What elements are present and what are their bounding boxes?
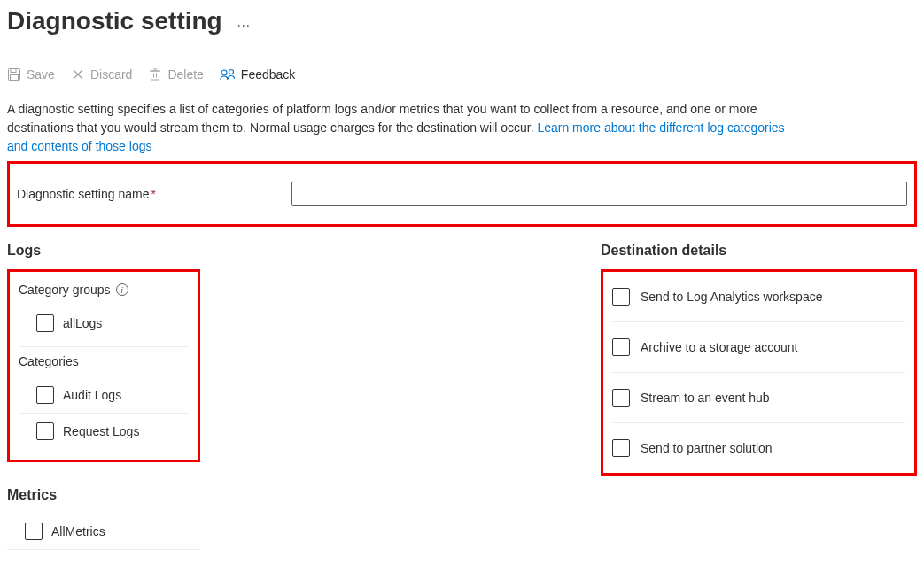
- dest-eventhub-row: Stream to an event hub: [612, 373, 905, 423]
- request-logs-checkbox[interactable]: [36, 422, 54, 440]
- dest-storage-label[interactable]: Archive to a storage account: [641, 340, 797, 354]
- feedback-icon: [220, 67, 236, 81]
- alllogs-label[interactable]: allLogs: [63, 316, 102, 330]
- dest-eventhub-label[interactable]: Stream to an event hub: [641, 391, 770, 405]
- dest-log-analytics-row: Send to Log Analytics workspace: [612, 279, 905, 322]
- diagnostic-name-row: Diagnostic setting name*: [7, 161, 917, 227]
- description-text: A diagnostic setting specifies a list of…: [7, 100, 787, 156]
- dest-storage-row: Archive to a storage account: [612, 322, 905, 373]
- feedback-label: Feedback: [241, 67, 295, 81]
- svg-point-10: [221, 70, 227, 75]
- dest-log-analytics-checkbox[interactable]: [612, 288, 630, 306]
- svg-rect-5: [151, 71, 159, 80]
- save-button[interactable]: Save: [7, 66, 55, 83]
- svg-rect-1: [11, 69, 16, 73]
- divider: [19, 346, 189, 347]
- save-label: Save: [27, 67, 55, 81]
- dest-log-analytics-label[interactable]: Send to Log Analytics workspace: [641, 290, 822, 304]
- request-logs-label[interactable]: Request Logs: [63, 424, 139, 438]
- page-header: Diagnostic setting …: [7, 7, 917, 35]
- svg-rect-2: [11, 75, 19, 81]
- request-logs-row: Request Logs: [19, 414, 189, 449]
- delete-button[interactable]: Delete: [148, 66, 203, 83]
- audit-logs-row: Audit Logs: [19, 377, 189, 414]
- audit-logs-checkbox[interactable]: [36, 386, 54, 404]
- discard-icon: [71, 67, 85, 81]
- alllogs-checkbox[interactable]: [36, 314, 54, 332]
- categories-title: Categories: [19, 354, 189, 368]
- dest-partner-label[interactable]: Send to partner solution: [641, 441, 773, 455]
- metrics-section-title: Metrics: [7, 487, 574, 503]
- dest-storage-checkbox[interactable]: [612, 338, 630, 356]
- page-title: Diagnostic setting: [7, 7, 222, 35]
- dest-partner-checkbox[interactable]: [612, 439, 630, 457]
- command-bar: Save Discard Delete: [7, 60, 917, 89]
- dest-eventhub-checkbox[interactable]: [612, 389, 630, 407]
- alllogs-row: allLogs: [19, 306, 189, 341]
- diagnostic-name-label: Diagnostic setting name*: [17, 187, 291, 201]
- delete-icon: [148, 67, 162, 81]
- diagnostic-name-input[interactable]: [291, 182, 907, 206]
- save-icon: [7, 67, 21, 81]
- destination-section-title: Destination details: [601, 243, 917, 259]
- info-icon[interactable]: i: [116, 283, 128, 296]
- logs-box: Category groups i allLogs Categories Aud…: [7, 269, 200, 462]
- logs-section-title: Logs: [7, 243, 574, 259]
- allmetrics-checkbox[interactable]: [25, 523, 43, 540]
- discard-label: Discard: [90, 67, 132, 81]
- required-indicator: *: [151, 187, 155, 201]
- svg-point-11: [229, 70, 233, 74]
- delete-label: Delete: [167, 67, 203, 81]
- category-groups-title: Category groups i: [19, 283, 189, 297]
- audit-logs-label[interactable]: Audit Logs: [63, 388, 121, 402]
- more-menu-icon[interactable]: …: [237, 14, 252, 30]
- allmetrics-label[interactable]: AllMetrics: [51, 524, 105, 538]
- feedback-button[interactable]: Feedback: [220, 66, 295, 83]
- dest-partner-row: Send to partner solution: [612, 423, 905, 466]
- discard-button[interactable]: Discard: [71, 66, 132, 83]
- allmetrics-row: AllMetrics: [7, 514, 200, 550]
- destination-box: Send to Log Analytics workspace Archive …: [601, 269, 917, 476]
